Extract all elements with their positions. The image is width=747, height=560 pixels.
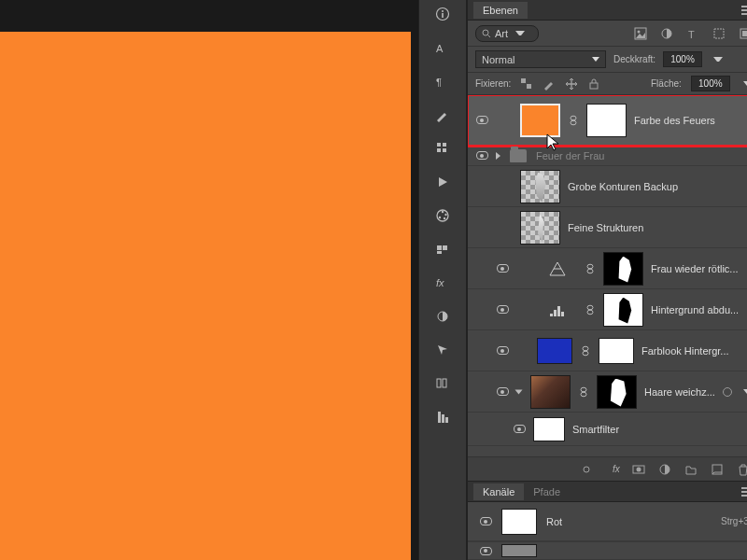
- tab-channels[interactable]: Kanäle: [473, 483, 524, 500]
- filter-kind-select[interactable]: Art: [475, 25, 539, 42]
- panel-menu-icon[interactable]: [741, 6, 747, 15]
- info-icon[interactable]: [432, 4, 453, 24]
- visibility-toggle[interactable]: [475, 149, 488, 162]
- layer-row[interactable]: Frau wieder rötlic...: [468, 248, 747, 289]
- visibility-toggle[interactable]: [475, 180, 488, 193]
- lock-transparency-icon[interactable]: [520, 77, 533, 91]
- channel-thumb[interactable]: [501, 544, 537, 557]
- tab-paths[interactable]: Pfade: [524, 483, 570, 500]
- chevron-down-icon[interactable]: [713, 57, 723, 63]
- styles-icon[interactable]: fx: [432, 273, 453, 293]
- lock-all-icon[interactable]: [587, 77, 600, 91]
- visibility-toggle[interactable]: [496, 303, 509, 316]
- character-icon[interactable]: A: [432, 37, 453, 58]
- layer-list[interactable]: Farbe des Feuers Feuer der Frau Grobe Ko…: [468, 95, 747, 456]
- eye-icon: [476, 151, 488, 160]
- visibility-toggle[interactable]: [513, 423, 526, 436]
- disclose-icon[interactable]: [515, 389, 523, 394]
- visibility-toggle[interactable]: [479, 544, 492, 557]
- layer-row[interactable]: Haare weichz...: [468, 371, 747, 413]
- mask-thumb[interactable]: [599, 338, 634, 364]
- filter-pixel-icon[interactable]: [633, 26, 648, 41]
- mask-thumb[interactable]: [597, 375, 637, 409]
- link-icon[interactable]: [585, 263, 596, 274]
- layer-name[interactable]: Haare weichz...: [644, 386, 715, 398]
- layer-name[interactable]: Hintergrund abdu...: [651, 304, 747, 315]
- layer-name[interactable]: Farbe des Feuers: [634, 115, 747, 126]
- filter-type-icon[interactable]: T: [685, 26, 700, 41]
- navigator-icon[interactable]: [432, 340, 453, 360]
- lock-brush-icon[interactable]: [543, 77, 556, 91]
- layer-row-group[interactable]: Feuer der Frau: [468, 146, 747, 166]
- layer-row[interactable]: Farbe des Feuers: [468, 95, 747, 146]
- visibility-toggle[interactable]: [475, 221, 488, 234]
- layer-thumb[interactable]: [537, 338, 572, 364]
- new-layer-icon[interactable]: [710, 462, 725, 477]
- layer-row[interactable]: Smartfilter: [468, 413, 747, 446]
- new-group-icon[interactable]: [684, 462, 698, 477]
- svg-point-1: [442, 10, 444, 12]
- mask-thumb[interactable]: [586, 104, 627, 137]
- visibility-toggle[interactable]: [479, 515, 492, 528]
- properties-icon[interactable]: [432, 407, 453, 427]
- link-layers-icon[interactable]: [579, 462, 594, 477]
- layer-name[interactable]: Frau wieder rötlic...: [651, 263, 747, 274]
- trash-icon[interactable]: [736, 462, 747, 477]
- layer-thumb[interactable]: [520, 211, 560, 245]
- color-panel-icon[interactable]: [432, 205, 453, 226]
- paragraph-icon[interactable]: ¶: [432, 71, 453, 91]
- layer-name[interactable]: Feuer der Frau: [536, 150, 747, 161]
- layer-row[interactable]: Feine Strukturen: [468, 207, 747, 248]
- layer-row[interactable]: Farblook Hintergr...: [468, 330, 747, 371]
- lock-move-icon[interactable]: [565, 77, 578, 91]
- chevron-down-icon[interactable]: [743, 81, 747, 87]
- mask-thumb[interactable]: [603, 252, 643, 286]
- fill-field[interactable]: 100%: [691, 76, 730, 91]
- disclose-icon[interactable]: [496, 152, 500, 160]
- link-icon[interactable]: [568, 115, 579, 126]
- layer-name[interactable]: Smartfilter: [572, 424, 747, 435]
- filter-adjust-icon[interactable]: [659, 26, 674, 41]
- adjust-panel-icon[interactable]: [432, 306, 453, 327]
- layer-row[interactable]: Grobe Konturen Backup: [468, 166, 747, 207]
- visibility-toggle[interactable]: [496, 344, 509, 357]
- blend-mode-select[interactable]: Normal: [475, 50, 606, 68]
- adjust-icon[interactable]: [537, 252, 577, 286]
- actions-icon[interactable]: [432, 172, 453, 192]
- fx-icon[interactable]: fx: [605, 462, 620, 477]
- opacity-field[interactable]: 100%: [663, 51, 702, 67]
- layer-row[interactable]: Hintergrund abdu...: [468, 289, 747, 330]
- chevron-down-icon[interactable]: [743, 389, 747, 395]
- history-icon[interactable]: [432, 373, 453, 394]
- tab-layers[interactable]: Ebenen: [473, 2, 528, 19]
- filter-mask-thumb[interactable]: [533, 417, 565, 441]
- channel-name[interactable]: Rot: [546, 516, 712, 527]
- new-adjust-icon[interactable]: [657, 462, 672, 477]
- visibility-toggle[interactable]: [475, 114, 488, 127]
- filter-shape-icon[interactable]: [712, 26, 726, 41]
- mask-thumb[interactable]: [603, 293, 643, 327]
- visibility-toggle[interactable]: [496, 385, 509, 399]
- grid-icon[interactable]: [432, 138, 453, 159]
- canvas[interactable]: [0, 32, 411, 560]
- layer-thumb[interactable]: [520, 104, 560, 137]
- link-icon[interactable]: [580, 345, 591, 357]
- mask-icon[interactable]: [631, 462, 646, 477]
- layer-name[interactable]: Farblook Hintergr...: [641, 345, 747, 357]
- link-icon[interactable]: [578, 386, 589, 398]
- channel-row[interactable]: Rot Strg+3: [468, 502, 747, 541]
- layer-thumb[interactable]: [520, 170, 560, 203]
- channel-row[interactable]: [468, 541, 747, 560]
- brush-panel-icon[interactable]: [432, 105, 453, 125]
- filter-smart-icon[interactable]: [738, 26, 747, 41]
- link-icon[interactable]: [585, 304, 596, 315]
- svg-rect-45: [557, 306, 560, 316]
- layer-name[interactable]: Feine Strukturen: [568, 222, 747, 233]
- visibility-toggle[interactable]: [496, 262, 509, 275]
- adjust-icon[interactable]: [537, 293, 577, 327]
- channel-thumb[interactable]: [501, 509, 537, 535]
- swatches-icon[interactable]: [432, 239, 453, 259]
- layer-name[interactable]: Grobe Konturen Backup: [568, 181, 747, 192]
- layer-thumb[interactable]: [530, 375, 571, 409]
- panel-menu-icon[interactable]: [741, 487, 747, 497]
